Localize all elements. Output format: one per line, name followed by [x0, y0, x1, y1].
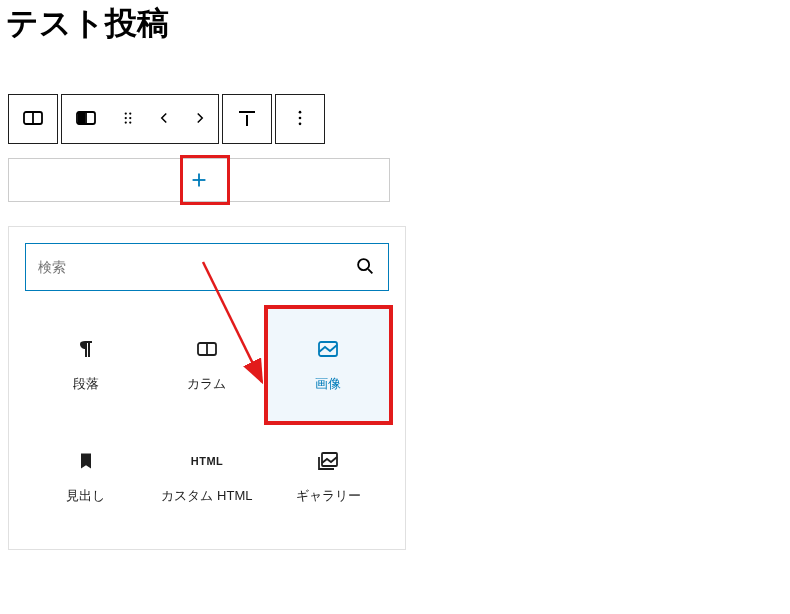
svg-point-9 [125, 121, 127, 123]
columns-icon [195, 337, 219, 361]
svg-point-18 [358, 259, 369, 270]
paragraph-icon [74, 337, 98, 361]
block-label: カスタム HTML [161, 487, 252, 505]
block-variation-button[interactable] [62, 95, 110, 143]
block-grid: 段落 カラム 画像 見出し HTML カスタム HTML [25, 309, 389, 533]
block-item-columns[interactable]: カラム [146, 309, 267, 421]
block-item-heading[interactable]: 見出し [25, 421, 146, 533]
svg-line-19 [368, 269, 372, 273]
annotation-highlight-image [264, 305, 393, 425]
gallery-icon [316, 449, 340, 473]
block-appender[interactable] [8, 158, 390, 202]
block-label: 段落 [73, 375, 99, 393]
block-item-gallery[interactable]: ギャラリー [268, 421, 389, 533]
more-vertical-icon [290, 108, 310, 131]
svg-point-10 [129, 121, 131, 123]
image-icon [316, 337, 340, 361]
block-label: 画像 [315, 375, 341, 393]
svg-point-8 [129, 116, 131, 118]
svg-point-13 [299, 110, 302, 113]
drag-handle-button[interactable] [110, 95, 146, 143]
html-icon: HTML [195, 449, 219, 473]
search-button[interactable] [354, 255, 376, 280]
block-label: カラム [187, 375, 226, 393]
svg-point-15 [299, 122, 302, 125]
plus-icon [187, 168, 211, 192]
more-options-button[interactable] [276, 95, 324, 143]
svg-point-14 [299, 116, 302, 119]
columns-icon [21, 106, 45, 133]
page-title: テスト投稿 [0, 2, 790, 46]
search-input[interactable] [38, 259, 354, 275]
block-label: ギャラリー [296, 487, 361, 505]
chevron-right-icon [191, 109, 209, 130]
align-top-icon [235, 106, 259, 133]
bookmark-icon [74, 449, 98, 473]
svg-point-6 [129, 112, 131, 114]
drag-handle-icon [119, 109, 137, 130]
block-label: 見出し [66, 487, 105, 505]
move-left-button[interactable] [146, 95, 182, 143]
svg-point-7 [125, 116, 127, 118]
search-icon [354, 255, 376, 280]
chevron-left-icon [155, 109, 173, 130]
search-field-wrap [25, 243, 389, 291]
block-inserter-panel: 段落 カラム 画像 見出し HTML カスタム HTML [8, 226, 406, 550]
svg-point-5 [125, 112, 127, 114]
align-button[interactable] [223, 95, 271, 143]
move-right-button[interactable] [182, 95, 218, 143]
block-item-paragraph[interactable]: 段落 [25, 309, 146, 421]
block-type-columns-button[interactable] [9, 95, 57, 143]
half-column-icon [74, 106, 98, 133]
block-toolbar [8, 94, 790, 144]
block-item-image[interactable]: 画像 [268, 309, 389, 421]
block-item-html[interactable]: HTML カスタム HTML [146, 421, 267, 533]
svg-rect-4 [78, 113, 85, 123]
